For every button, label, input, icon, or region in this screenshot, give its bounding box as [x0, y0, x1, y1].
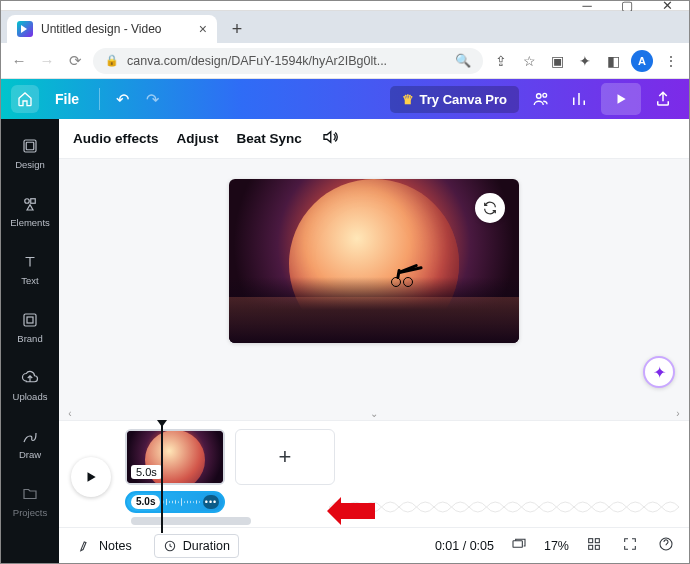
try-pro-label: Try Canva Pro: [420, 92, 507, 107]
browser-menu-icon[interactable]: ⋮: [661, 53, 681, 69]
window-minimize-button[interactable]: ─: [567, 1, 607, 11]
separator: [99, 88, 100, 110]
browser-tab[interactable]: Untitled design - Video ×: [7, 15, 217, 43]
redo-button[interactable]: ↷: [140, 87, 164, 111]
pages-view-icon[interactable]: [508, 536, 530, 555]
sidepanel-icon[interactable]: ◧: [603, 53, 623, 69]
video-clip[interactable]: 5.0s: [125, 429, 225, 485]
url-text: canva.com/design/DAFuY-1594k/hyAr2IBg0lt…: [127, 54, 447, 68]
timeline: 5.0s + 5.0s •••: [59, 420, 689, 517]
add-page-button[interactable]: +: [235, 429, 335, 485]
svg-rect-13: [595, 545, 599, 549]
canva-favicon: [17, 21, 33, 37]
scroll-left-icon[interactable]: ‹: [65, 408, 75, 419]
audio-clip[interactable]: 5.0s •••: [125, 491, 225, 513]
bottom-bar: Notes Duration 0:01 / 0:05 17%: [59, 527, 689, 563]
canvas-scrollbar[interactable]: ‹ ⌄ ›: [59, 406, 689, 420]
svg-rect-6: [24, 314, 36, 326]
video-clip-duration: 5.0s: [131, 465, 162, 479]
notes-button[interactable]: Notes: [71, 535, 140, 557]
svg-rect-3: [26, 142, 34, 150]
time-display: 0:01 / 0:05: [435, 539, 494, 553]
share-page-icon[interactable]: ⇪: [491, 53, 511, 69]
install-app-icon[interactable]: ▣: [547, 53, 567, 69]
audio-effects-button[interactable]: Audio effects: [73, 131, 159, 146]
canvas-area: ✦: [59, 159, 689, 406]
side-rail: Design Elements Text Brand Uploads Draw …: [1, 119, 59, 563]
extensions-icon[interactable]: ✦: [575, 53, 595, 69]
annotation-arrow: [327, 497, 375, 525]
audio-waveform-icon: [163, 496, 200, 508]
svg-point-4: [25, 198, 30, 203]
profile-avatar[interactable]: A: [631, 50, 653, 72]
duration-button[interactable]: Duration: [154, 534, 239, 558]
search-in-page-icon[interactable]: 🔍: [455, 53, 471, 68]
new-tab-button[interactable]: +: [223, 15, 251, 43]
timeline-play-button[interactable]: [71, 457, 111, 497]
url-field[interactable]: 🔒 canva.com/design/DAFuY-1594k/hyAr2IBg0…: [93, 48, 483, 74]
fullscreen-icon[interactable]: [619, 536, 641, 555]
svg-point-0: [537, 94, 542, 99]
canvas-collapse-icon[interactable]: ⌄: [75, 408, 673, 419]
present-play-button[interactable]: [601, 83, 641, 115]
lock-icon: 🔒: [105, 54, 119, 67]
insights-button[interactable]: [563, 83, 595, 115]
svg-rect-9: [513, 541, 522, 548]
svg-rect-7: [27, 317, 33, 323]
siderail-text[interactable]: Text: [1, 241, 59, 297]
siderail-draw[interactable]: Draw: [1, 415, 59, 471]
home-button[interactable]: [11, 85, 39, 113]
crown-icon: ♛: [402, 92, 414, 107]
window-maximize-button[interactable]: ▢: [607, 1, 647, 11]
siderail-projects[interactable]: Projects: [1, 473, 59, 529]
volume-icon[interactable]: [320, 128, 340, 150]
beat-sync-button[interactable]: Beat Sync: [237, 131, 302, 146]
svg-point-1: [543, 93, 547, 97]
nav-forward-button[interactable]: →: [37, 52, 57, 69]
siderail-brand[interactable]: Brand: [1, 299, 59, 355]
try-canva-pro-button[interactable]: ♛ Try Canva Pro: [390, 86, 519, 113]
svg-rect-11: [595, 539, 599, 543]
adjust-button[interactable]: Adjust: [177, 131, 219, 146]
svg-rect-10: [589, 539, 593, 543]
window-titlebar: ─ ▢ ✕: [1, 1, 689, 11]
canva-header: File ↶ ↷ ♛ Try Canva Pro: [1, 79, 689, 119]
window-close-button[interactable]: ✕: [647, 1, 687, 11]
playhead[interactable]: [161, 423, 163, 533]
zoom-level[interactable]: 17%: [544, 539, 569, 553]
magic-button[interactable]: ✦: [643, 356, 675, 388]
track-waveform: [329, 495, 679, 519]
grid-view-icon[interactable]: [583, 536, 605, 555]
share-button[interactable]: [647, 83, 679, 115]
browser-tab-title: Untitled design - Video: [41, 22, 191, 36]
svg-rect-5: [31, 198, 36, 203]
siderail-uploads[interactable]: Uploads: [1, 357, 59, 413]
tab-close-icon[interactable]: ×: [199, 21, 207, 37]
file-menu[interactable]: File: [45, 85, 89, 113]
browser-tabstrip: Untitled design - Video × +: [1, 11, 689, 43]
svg-rect-12: [589, 545, 593, 549]
audio-clip-duration: 5.0s: [131, 495, 160, 509]
scroll-right-icon[interactable]: ›: [673, 408, 683, 419]
audio-clip-more-button[interactable]: •••: [203, 495, 219, 509]
video-frame[interactable]: [229, 179, 519, 343]
bookmark-star-icon[interactable]: ☆: [519, 53, 539, 69]
regenerate-button[interactable]: [475, 193, 505, 223]
nav-back-button[interactable]: ←: [9, 52, 29, 69]
audio-toolbar: Audio effects Adjust Beat Sync: [59, 119, 689, 159]
browser-address-bar: ← → ⟳ 🔒 canva.com/design/DAFuY-1594k/hyA…: [1, 43, 689, 79]
help-icon[interactable]: [655, 536, 677, 555]
undo-button[interactable]: ↶: [110, 87, 134, 111]
siderail-design[interactable]: Design: [1, 125, 59, 181]
siderail-elements[interactable]: Elements: [1, 183, 59, 239]
collaborators-button[interactable]: [525, 83, 557, 115]
nav-reload-button[interactable]: ⟳: [65, 52, 85, 70]
